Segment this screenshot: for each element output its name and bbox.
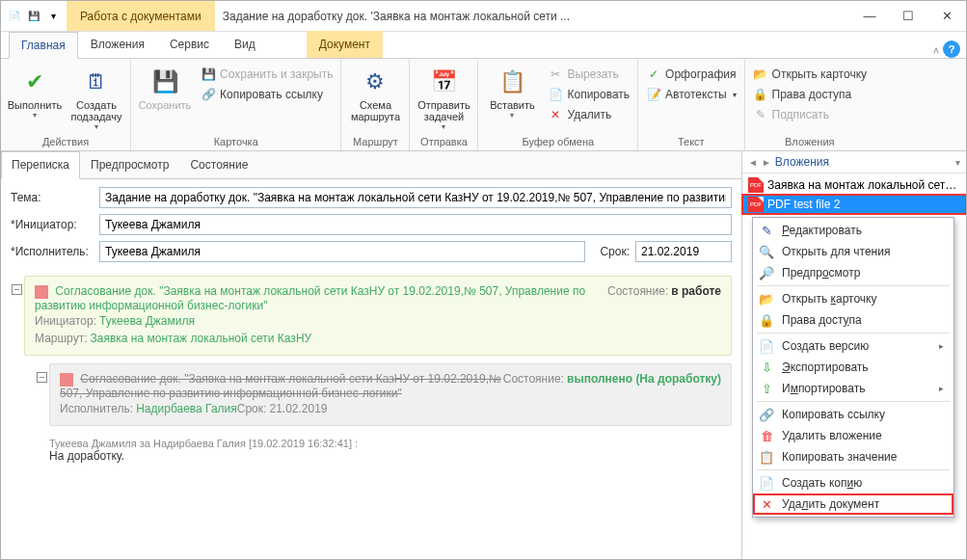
deadline-input[interactable] <box>635 241 732 262</box>
maximize-button[interactable]: ☐ <box>889 2 927 31</box>
copy-button[interactable]: 📄Копировать <box>544 85 633 104</box>
thread-title: Согласование док. "Заявка на монтаж лока… <box>60 372 501 400</box>
subject-label: Тема: <box>11 191 94 204</box>
thread-title: Согласование док. "Заявка на монтаж лока… <box>35 284 585 312</box>
group-actions-label: Действия <box>5 135 126 148</box>
help-icon[interactable]: ? <box>943 40 960 58</box>
minimize-button[interactable]: — <box>850 2 889 31</box>
document-icon <box>35 285 48 299</box>
subject-input[interactable] <box>99 187 732 208</box>
copy-link-button[interactable]: 🔗Копировать ссылку <box>197 85 336 104</box>
collapse-icon[interactable]: – <box>37 372 47 383</box>
panel-title: Вложения <box>775 155 829 169</box>
tab-document[interactable]: Документ <box>307 31 383 58</box>
main-tabs: Переписка Предпросмотр Состояние <box>1 151 741 179</box>
cut-button[interactable]: ✂Вырезать <box>544 65 633 84</box>
ctx-preview[interactable]: 🔎Предпросмотр <box>753 262 954 283</box>
ribbon-collapse-icon[interactable]: ʌ <box>933 44 939 55</box>
ribbon: ✔ Выполнить ▾ 🗓 Создать подзадачу ▾ Дейс… <box>1 59 966 151</box>
paste-button[interactable]: 📋 Вставить ▾ <box>482 65 542 121</box>
send-task-button[interactable]: 📅 Отправить задачей ▾ <box>414 65 473 133</box>
group-attachments-label: Вложения <box>749 135 871 148</box>
create-subtask-button[interactable]: 🗓 Создать подзадачу ▾ <box>67 65 126 133</box>
ctx-delete-attachment[interactable]: 🗑Удалить вложение <box>753 425 954 446</box>
group-clipboard-label: Буфер обмена <box>482 135 633 148</box>
executor-label: Исполнитель: <box>11 245 94 258</box>
initiator-input[interactable] <box>99 214 732 235</box>
access-rights-button[interactable]: 🔒Права доступа <box>749 85 871 104</box>
tab-preview[interactable]: Предпросмотр <box>80 151 179 178</box>
thread-message: Тукеева Джамиля за Надирбаева Галия [19.… <box>49 434 732 467</box>
route-scheme-button[interactable]: ⚙ Схема маршрута <box>345 65 405 124</box>
message-body: На доработку. <box>49 449 732 463</box>
ctx-create-version[interactable]: 📄Создать версию▸ <box>753 335 954 357</box>
context-menu: ✎Редактировать 🔍Открыть для чтения 🔎Пред… <box>752 217 954 518</box>
document-icon <box>60 373 73 387</box>
spellcheck-button[interactable]: ✓Орфография <box>642 65 739 84</box>
pdf-icon: PDF <box>748 197 764 212</box>
tab-view[interactable]: Вид <box>222 31 268 58</box>
ctx-copy-link[interactable]: 🔗Копировать ссылку <box>753 404 954 425</box>
ctx-export[interactable]: ⇩Экспортировать <box>753 357 954 378</box>
tab-state[interactable]: Состояние <box>179 151 258 178</box>
qat-app-icon[interactable]: 📄 <box>7 9 22 24</box>
attachment-item[interactable]: PDF PDF test file 2 <box>742 195 966 214</box>
nav-prev-icon[interactable]: ◄ <box>748 157 758 168</box>
qat-dropdown-icon[interactable]: ▾ <box>45 9 61 24</box>
form: Тема: Инициатор: Исполнитель: Срок: <box>1 179 741 270</box>
thread-item[interactable]: – Состояние: в работе Согласование док. … <box>24 276 732 356</box>
sign-button[interactable]: ✎Подписать <box>749 105 871 124</box>
thread-item[interactable]: – Состояние: выполнено (На доработку) Со… <box>49 363 732 426</box>
pdf-icon: PDF <box>748 177 764 193</box>
tab-main[interactable]: Главная <box>9 32 78 59</box>
contextual-tab-label: Работа с документами <box>67 1 215 31</box>
initiator-label: Инициатор: <box>11 218 94 231</box>
save-button[interactable]: 💾 Сохранить <box>135 65 195 113</box>
ribbon-tabs: Главная Вложения Сервис Вид Документ ʌ ? <box>1 32 966 59</box>
executor-input[interactable] <box>99 241 585 262</box>
delete-button[interactable]: ✕Удалить <box>544 105 633 124</box>
qat-save-icon[interactable]: 💾 <box>26 9 41 24</box>
collapse-icon[interactable]: – <box>12 284 22 295</box>
group-route-label: Маршрут <box>345 135 405 148</box>
group-text-label: Текст <box>642 135 739 148</box>
ctx-import[interactable]: ⇧Импортировать▸ <box>753 378 954 399</box>
ctx-rights[interactable]: 🔒Права доступа <box>753 309 954 331</box>
group-card-label: Карточка <box>135 135 336 148</box>
deadline-label: Срок: <box>591 245 630 258</box>
tab-attachments[interactable]: Вложения <box>78 31 157 58</box>
ctx-make-copy[interactable]: 📄Создать копию <box>753 472 954 493</box>
ctx-delete-document[interactable]: ✕Удалить документ <box>753 493 954 515</box>
close-button[interactable]: ✕ <box>927 2 966 31</box>
tab-correspondence[interactable]: Переписка <box>1 151 80 179</box>
nav-next-icon[interactable]: ► <box>762 157 771 168</box>
attachments-panel: ◄ ► Вложения ▾ PDF Заявка на монтаж лока… <box>742 151 966 559</box>
save-close-button[interactable]: 💾Сохранить и закрыть <box>197 65 336 84</box>
group-send-label: Отправка <box>414 135 473 148</box>
window-title: Задание на доработку док. 'Заявка на мон… <box>215 10 850 23</box>
execute-button[interactable]: ✔ Выполнить ▾ <box>5 65 65 121</box>
panel-dropdown-icon[interactable]: ▾ <box>955 157 960 168</box>
thread: – Состояние: в работе Согласование док. … <box>1 270 741 559</box>
ctx-copy-value[interactable]: 📋Копировать значение <box>753 446 954 467</box>
ctx-open-card[interactable]: 📂Открыть карточку <box>753 288 954 309</box>
message-author: Тукеева Джамиля за Надирбаева Галия [19.… <box>49 438 732 449</box>
attachment-name: PDF test file 2 <box>767 198 960 211</box>
open-card-button[interactable]: 📂Открыть карточку <box>749 65 871 84</box>
ctx-edit[interactable]: ✎Редактировать <box>753 220 954 241</box>
attachment-name: Заявка на монтаж локальной сети КазНУ о.… <box>767 178 960 192</box>
tab-service[interactable]: Сервис <box>157 31 222 58</box>
titlebar: 📄 💾 ▾ Работа с документами Задание на до… <box>1 1 966 32</box>
ctx-open-read[interactable]: 🔍Открыть для чтения <box>753 241 954 262</box>
autotext-button[interactable]: 📝Автотексты▾ <box>642 85 739 104</box>
attachment-item[interactable]: PDF Заявка на монтаж локальной сети КазН… <box>742 175 966 195</box>
